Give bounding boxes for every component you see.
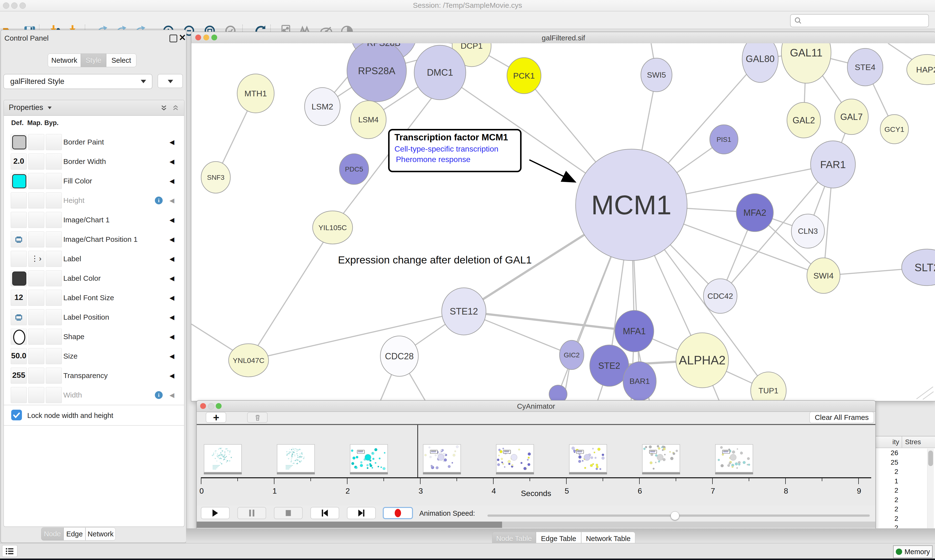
speed-slider[interactable] <box>488 511 870 520</box>
expand-arrow-icon[interactable]: ◀ <box>170 346 174 366</box>
column-header-centrality[interactable]: ity <box>876 438 899 446</box>
column-header-stress[interactable]: Stres <box>905 438 921 446</box>
bypass-cell[interactable] <box>46 154 62 169</box>
property-row-label-font-size[interactable]: 12Label Font Size◀ <box>4 288 184 308</box>
go-to-end-button[interactable] <box>347 507 376 519</box>
property-row-shape[interactable]: Shape◀ <box>4 327 184 347</box>
frame-thumbnail-7[interactable] <box>715 444 753 472</box>
property-row-image-chart-1[interactable]: Image/Chart 1◀ <box>4 210 184 230</box>
default-cell[interactable] <box>11 212 27 228</box>
show-panels-button[interactable] <box>2 545 17 557</box>
search-box[interactable] <box>790 14 929 27</box>
collapse-all-icon[interactable] <box>171 104 180 112</box>
default-cell[interactable] <box>11 387 27 403</box>
style-options-button[interactable] <box>157 74 183 88</box>
panel-tab-edge[interactable]: Edge <box>63 528 85 540</box>
table-cell[interactable]: 2 <box>876 468 898 475</box>
bypass-cell[interactable] <box>46 231 62 248</box>
panel-float-icon[interactable] <box>170 35 177 42</box>
mapping-cell[interactable] <box>28 154 44 169</box>
memory-button[interactable]: Memory <box>893 545 933 558</box>
bypass-cell[interactable] <box>46 368 62 384</box>
tab-network[interactable]: Network <box>48 54 81 67</box>
panel-tab-network[interactable]: Network <box>85 528 116 540</box>
expand-arrow-icon[interactable]: ◀ <box>170 171 174 191</box>
table-cell[interactable]: 25 <box>876 458 898 466</box>
annotation-link-2[interactable]: Pheromone response <box>396 155 520 164</box>
slider-thumb[interactable] <box>671 511 679 520</box>
delete-frame-button[interactable] <box>247 412 268 423</box>
mapping-cell[interactable] <box>28 134 44 150</box>
mapping-cell[interactable] <box>28 231 44 248</box>
properties-header[interactable]: Properties <box>4 100 184 116</box>
expand-arrow-icon[interactable]: ◀ <box>170 366 174 385</box>
stop-button[interactable] <box>274 507 302 519</box>
table-cell[interactable]: 2 <box>876 515 898 523</box>
table-cell[interactable]: 2 <box>876 496 898 504</box>
lock-checkbox[interactable] <box>11 410 22 420</box>
expand-arrow-icon[interactable]: ◀ <box>170 269 174 288</box>
property-row-label-position[interactable]: Label Position◀ <box>4 308 184 328</box>
clear-all-frames-button[interactable]: Clear All Frames <box>809 412 874 423</box>
expand-all-icon[interactable] <box>160 104 168 112</box>
bypass-cell[interactable] <box>46 270 62 286</box>
property-row-image-chart-position-1[interactable]: Image/Chart Position 1◀ <box>4 230 184 249</box>
default-cell[interactable]: 2.0 <box>11 154 27 169</box>
expand-arrow-icon[interactable]: ◀ <box>170 210 174 230</box>
network-node-N1[interactable] <box>549 385 567 401</box>
default-cell[interactable] <box>11 134 27 150</box>
resize-grip-icon[interactable] <box>916 387 933 400</box>
mapping-cell[interactable] <box>28 212 44 228</box>
default-cell[interactable] <box>11 270 27 286</box>
mapping-cell[interactable] <box>28 387 44 403</box>
bypass-cell[interactable] <box>46 212 62 228</box>
network-titlebar[interactable]: galFiltered.sif <box>191 32 935 44</box>
play-button[interactable] <box>201 507 230 519</box>
mapping-cell[interactable] <box>28 290 44 306</box>
annotation-link-1[interactable]: Cell-type-specific transcription <box>395 145 520 154</box>
panel-tab-node[interactable]: Node <box>41 528 63 540</box>
expand-arrow-icon[interactable]: ◀ <box>170 152 174 171</box>
expand-arrow-icon[interactable]: ◀ <box>170 249 174 269</box>
property-row-height[interactable]: Heighti◀ <box>4 191 184 211</box>
default-cell[interactable] <box>11 173 27 189</box>
go-to-start-button[interactable] <box>310 507 339 519</box>
table-cell[interactable]: 26 <box>876 449 898 457</box>
frame-thumbnail-2[interactable] <box>350 444 388 472</box>
pause-button[interactable] <box>238 507 266 519</box>
table-cell[interactable]: 2 <box>876 486 898 494</box>
expand-arrow-icon[interactable]: ◀ <box>170 327 174 346</box>
property-row-label-color[interactable]: Label Color◀ <box>4 269 184 289</box>
default-cell[interactable] <box>11 329 27 345</box>
property-row-width[interactable]: Widthi◀ <box>4 385 184 405</box>
bypass-cell[interactable] <box>46 251 62 267</box>
property-row-size[interactable]: 50.0Size◀ <box>4 346 184 366</box>
frame-thumbnail-0[interactable] <box>204 444 242 472</box>
expand-arrow-icon[interactable]: ◀ <box>170 308 174 327</box>
bypass-cell[interactable] <box>46 134 62 150</box>
bypass-cell[interactable] <box>46 192 62 208</box>
cyanimator-titlebar[interactable]: CyAnimator <box>197 401 875 412</box>
default-cell[interactable] <box>11 192 27 208</box>
timeline-area[interactable]: 0123456789 Seconds <box>197 425 875 505</box>
record-button[interactable] <box>383 507 413 519</box>
bypass-cell[interactable] <box>46 387 62 403</box>
bypass-cell[interactable] <box>46 173 62 189</box>
add-frame-button[interactable]: + <box>206 412 226 423</box>
mapping-cell[interactable] <box>28 173 44 189</box>
default-cell[interactable] <box>11 231 27 248</box>
default-cell[interactable]: 12 <box>11 290 27 306</box>
property-row-border-width[interactable]: 2.0Border Width◀ <box>4 152 184 172</box>
panel-close-icon[interactable]: ✕ <box>179 32 186 43</box>
property-row-transparency[interactable]: 255Transparency◀ <box>4 366 184 386</box>
mapping-cell[interactable] <box>28 270 44 286</box>
bypass-cell[interactable] <box>46 309 62 325</box>
table-cell[interactable]: 1 <box>876 477 898 485</box>
style-selector[interactable]: galFiltered Style <box>3 74 153 89</box>
default-cell[interactable] <box>11 309 27 325</box>
mapping-cell[interactable]: ⋮› <box>28 251 44 267</box>
tab-select[interactable]: Select <box>106 54 136 67</box>
search-input[interactable] <box>805 15 925 25</box>
frame-thumbnail-5[interactable] <box>569 444 607 472</box>
expand-arrow-icon[interactable]: ◀ <box>170 191 174 210</box>
